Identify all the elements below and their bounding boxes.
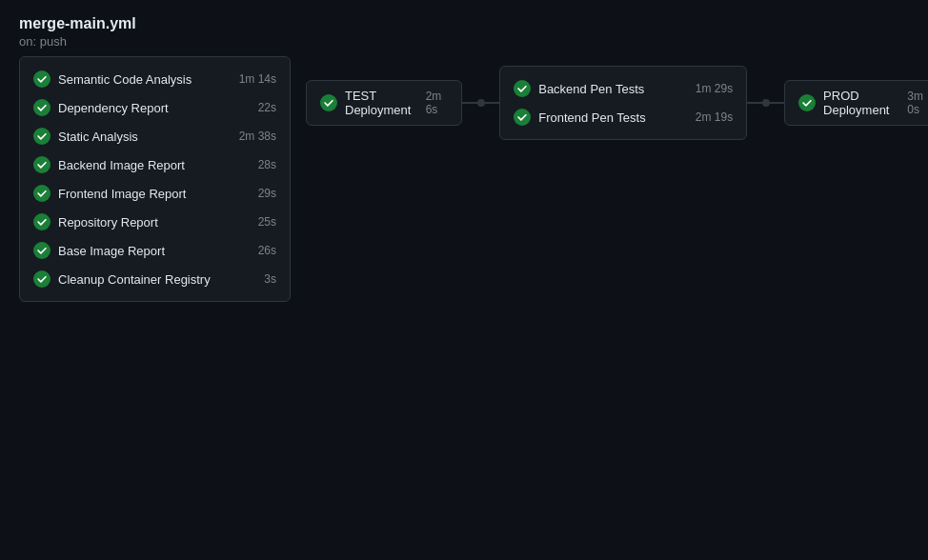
job-duration-semantic: 1m 14s [239, 72, 276, 86]
svg-point-1 [33, 99, 50, 116]
test-deployment-label: TEST Deployment [345, 89, 418, 117]
job-label-static: Static Analysis [58, 130, 138, 144]
connector-2 [747, 99, 784, 107]
page-header: merge-main.yml on: push [0, 0, 928, 56]
connector-dot-1 [477, 99, 485, 107]
job-item-cleanup[interactable]: Cleanup Container Registry 3s [20, 265, 290, 293]
pipeline-top-row: TEST Deployment 2m 6s [291, 56, 928, 140]
job-duration-cleanup: 3s [264, 272, 276, 286]
svg-point-3 [33, 156, 50, 173]
check-icon-prod-deployment [798, 94, 816, 111]
test-deployment-stage[interactable]: TEST Deployment 2m 6s [306, 80, 462, 126]
svg-point-2 [33, 128, 50, 145]
job-item-base-image[interactable]: Base Image Report 26s [20, 236, 290, 265]
backend-pen-label: Backend Pen Tests [538, 82, 644, 96]
check-icon-dependency [33, 99, 50, 116]
frontend-pen-tests-job[interactable]: Frontend Pen Tests 2m 19s [500, 103, 746, 131]
check-icon-test-deployment [320, 94, 337, 111]
svg-point-9 [514, 80, 531, 97]
check-icon-frontend-pen [514, 109, 531, 126]
check-icon-repository [33, 213, 50, 230]
svg-point-11 [798, 94, 816, 111]
frontend-pen-duration: 2m 19s [696, 110, 733, 124]
job-label-base-image: Base Image Report [58, 244, 165, 258]
check-icon-cleanup [33, 270, 50, 288]
pipeline-flow: TEST Deployment 2m 6s [291, 56, 928, 140]
job-duration-static: 2m 38s [239, 130, 276, 143]
connector-dot-2 [762, 99, 770, 107]
check-icon-backend-pen [514, 80, 531, 97]
job-duration-frontend-image: 29s [258, 187, 276, 200]
job-item-backend-image[interactable]: Backend Image Report 28s [20, 150, 290, 179]
svg-point-8 [320, 94, 337, 111]
check-icon-static [33, 128, 50, 145]
prod-deployment-duration: 3m 0s [907, 90, 928, 116]
job-item-semantic[interactable]: Semantic Code Analysis 1m 14s [20, 65, 290, 93]
job-duration-backend-image: 28s [258, 158, 276, 171]
job-label-dependency: Dependency Report [58, 101, 169, 115]
pen-tests-stage: Backend Pen Tests 1m 29s Frontend Pen Te… [499, 66, 747, 140]
page-title: merge-main.yml [19, 15, 909, 32]
job-label-cleanup: Cleanup Container Registry [58, 272, 211, 287]
job-label-backend-image: Backend Image Report [58, 158, 185, 172]
prod-deployment-label: PROD Deployment [823, 89, 899, 117]
job-label-frontend-image: Frontend Image Report [58, 187, 186, 201]
job-label-semantic: Semantic Code Analysis [58, 72, 192, 87]
check-icon-base-image [33, 242, 50, 259]
test-deployment-duration: 2m 6s [426, 90, 449, 116]
backend-pen-tests-job[interactable]: Backend Pen Tests 1m 29s [500, 74, 746, 103]
sidebar-jobs-panel: Semantic Code Analysis 1m 14s Dependency… [19, 56, 291, 302]
prod-deployment-stage[interactable]: PROD Deployment 3m 0s [784, 80, 928, 126]
job-duration-dependency: 22s [258, 101, 276, 114]
job-label-repository: Repository Report [58, 215, 158, 230]
svg-point-7 [33, 270, 50, 288]
frontend-pen-label: Frontend Pen Tests [538, 110, 646, 125]
job-duration-base-image: 26s [258, 244, 276, 257]
job-item-static[interactable]: Static Analysis 2m 38s [20, 122, 290, 150]
svg-point-5 [33, 213, 50, 230]
svg-point-0 [33, 70, 50, 88]
pipeline-layout: Semantic Code Analysis 1m 14s Dependency… [0, 56, 928, 302]
backend-pen-duration: 1m 29s [696, 82, 733, 95]
job-item-frontend-image[interactable]: Frontend Image Report 29s [20, 179, 290, 208]
page-subtitle: on: push [19, 34, 909, 49]
check-icon-semantic [33, 70, 50, 88]
check-icon-backend-image [33, 156, 50, 173]
job-item-repository[interactable]: Repository Report 25s [20, 208, 290, 236]
svg-point-10 [514, 109, 531, 126]
svg-point-6 [33, 242, 50, 259]
svg-point-4 [33, 185, 50, 202]
check-icon-frontend-image [33, 185, 50, 202]
job-duration-repository: 25s [258, 215, 276, 229]
job-item-dependency[interactable]: Dependency Report 22s [20, 93, 290, 122]
connector-1 [462, 99, 499, 107]
